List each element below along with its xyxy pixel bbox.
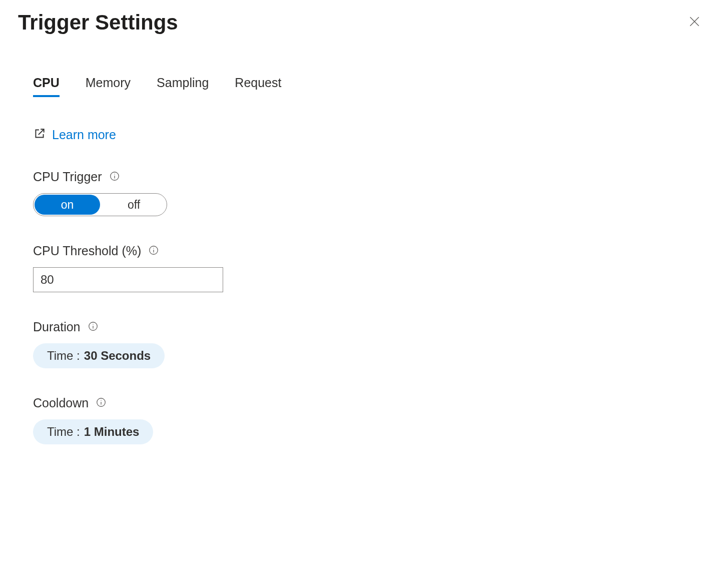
- svg-point-4: [114, 174, 115, 174]
- cpu-threshold-input[interactable]: [33, 267, 223, 292]
- field-label-row: CPU Trigger: [33, 170, 705, 184]
- field-label-row: CPU Threshold (%): [33, 244, 705, 258]
- duration-value: 30 Seconds: [84, 343, 151, 368]
- cooldown-prefix: Time :: [47, 419, 80, 444]
- cpu-trigger-label: CPU Trigger: [33, 170, 102, 184]
- panel-content: CPU Memory Sampling Request Learn more C…: [18, 35, 705, 444]
- tab-request[interactable]: Request: [235, 75, 281, 97]
- cpu-threshold-label: CPU Threshold (%): [33, 244, 141, 258]
- field-cpu-trigger: CPU Trigger on off: [33, 170, 705, 216]
- info-icon[interactable]: [109, 171, 120, 184]
- learn-more-row: Learn more: [33, 127, 705, 142]
- learn-more-link[interactable]: Learn more: [52, 128, 116, 142]
- cooldown-pill[interactable]: Time : 1 Minutes: [33, 419, 153, 444]
- tab-memory[interactable]: Memory: [86, 75, 131, 97]
- field-label-row: Duration: [33, 320, 705, 334]
- info-icon[interactable]: [96, 397, 107, 410]
- external-link-icon: [33, 127, 46, 142]
- svg-point-13: [101, 400, 101, 400]
- duration-label: Duration: [33, 320, 81, 334]
- duration-pill[interactable]: Time : 30 Seconds: [33, 343, 165, 368]
- toggle-on-option[interactable]: on: [35, 195, 100, 215]
- field-label-row: Cooldown: [33, 396, 705, 410]
- close-icon: [688, 15, 701, 30]
- info-icon[interactable]: [148, 245, 159, 258]
- field-duration: Duration Time : 30 Seconds: [33, 320, 705, 368]
- cooldown-label: Cooldown: [33, 396, 89, 410]
- svg-point-10: [93, 324, 93, 324]
- page-title: Trigger Settings: [18, 10, 705, 35]
- tab-bar: CPU Memory Sampling Request: [33, 75, 705, 97]
- tab-cpu[interactable]: CPU: [33, 75, 60, 97]
- tab-sampling[interactable]: Sampling: [157, 75, 209, 97]
- svg-point-7: [154, 248, 154, 248]
- cpu-trigger-toggle[interactable]: on off: [33, 193, 167, 216]
- toggle-off-option[interactable]: off: [101, 194, 167, 216]
- trigger-settings-panel: Trigger Settings CPU Memory Sampling Req…: [0, 0, 723, 588]
- cooldown-value: 1 Minutes: [84, 419, 140, 444]
- close-button[interactable]: [686, 14, 703, 31]
- duration-prefix: Time :: [47, 343, 80, 368]
- field-cooldown: Cooldown Time : 1 Minutes: [33, 396, 705, 444]
- info-icon[interactable]: [88, 321, 99, 334]
- field-cpu-threshold: CPU Threshold (%): [33, 244, 705, 292]
